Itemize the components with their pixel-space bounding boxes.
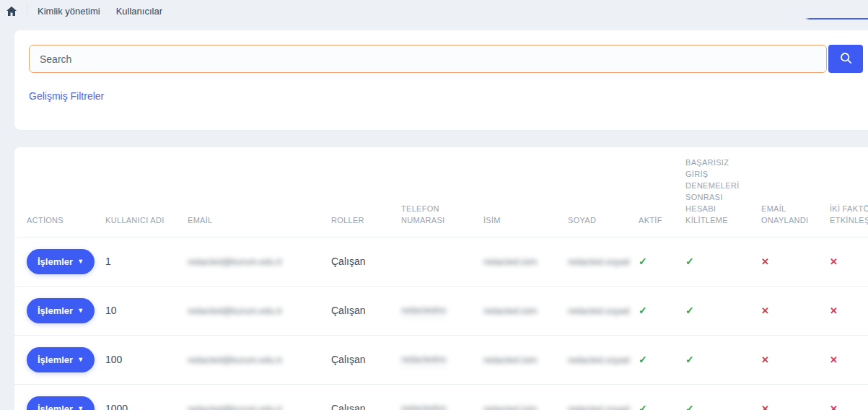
home-icon[interactable]	[6, 6, 17, 16]
cell-username: 100	[93, 335, 175, 384]
redacted-name-text: redacted.isim	[483, 355, 537, 365]
cell-role: Çalışan	[319, 286, 389, 335]
cell-two_factor: ✕	[817, 286, 868, 335]
x-icon: ✕	[830, 256, 838, 267]
users-table: ACTİONSKULLANICI ADIEMAİLROLLERTELEFON N…	[14, 147, 868, 410]
column-header-lockout: BAŞARISIZ GİRİŞ DENEMELERİ SONRASI HESAB…	[673, 147, 749, 237]
cell-phone: redactedno	[389, 384, 471, 410]
x-icon: ✕	[830, 354, 838, 365]
column-header-email_confirmed: EMAİL ONAYLANDI	[749, 147, 817, 237]
role-value: Çalışan	[331, 354, 365, 365]
column-header-active: AKTİF	[626, 147, 673, 237]
x-icon: ✕	[761, 256, 769, 267]
cell-two_factor: ✕	[817, 237, 868, 286]
breadcrumb-item-identity-management[interactable]: Kimlik yönetimi	[38, 6, 100, 17]
cell-email: redacted@kurum.edu.tr	[175, 384, 319, 410]
search-button[interactable]	[828, 45, 863, 73]
redacted-email-text: redacted@kurum.edu.tr	[188, 257, 283, 267]
cell-name: redacted.isim	[471, 237, 556, 286]
cell-role: Çalışan	[319, 237, 389, 286]
column-header-role: ROLLER	[319, 147, 389, 237]
islemler-button-label: İşlemler	[38, 404, 73, 410]
cell-email: redacted@kurum.edu.tr	[175, 237, 319, 286]
table-header-row: ACTİONSKULLANICI ADIEMAİLROLLERTELEFON N…	[14, 147, 868, 237]
cell-email: redacted@kurum.edu.tr	[175, 335, 319, 384]
check-icon: ✓	[639, 403, 647, 410]
role-value: Çalışan	[331, 305, 365, 316]
check-icon: ✓	[639, 354, 647, 365]
table-row: İşlemler▼10redacted@kurum.edu.trÇalışanr…	[14, 286, 868, 335]
search-icon	[840, 52, 852, 66]
x-icon: ✕	[830, 305, 838, 316]
cell-email_confirmed: ✕	[749, 335, 817, 384]
x-icon: ✕	[761, 404, 769, 410]
redacted-phone-text: redactedno	[401, 354, 447, 367]
cell-actions: İşlemler▼	[14, 384, 93, 410]
redacted-name-text: redacted.isim	[483, 404, 537, 410]
redacted-name-text: redacted.isim	[483, 257, 537, 267]
cell-lockout: ✓	[673, 335, 749, 384]
table-row: İşlemler▼1000redacted@kurum.edu.trÇalışa…	[14, 384, 868, 410]
active-tab-underline	[810, 18, 868, 19]
cell-surname: redacted.soyad	[556, 335, 626, 384]
cell-name: redacted.isim	[471, 335, 556, 384]
cell-email_confirmed: ✕	[749, 237, 817, 286]
filter-panel: Gelişmiş Filtreler	[14, 30, 868, 130]
cell-username: 10	[93, 286, 175, 335]
nav-divider	[27, 5, 27, 17]
cell-phone: redactedno	[389, 286, 471, 335]
islemler-dropdown-button[interactable]: İşlemler▼	[27, 249, 95, 274]
username-value: 1	[105, 256, 111, 267]
cell-phone	[389, 237, 471, 286]
cell-active: ✓	[626, 237, 673, 286]
x-icon: ✕	[830, 404, 838, 410]
column-header-surname: SOYAD	[556, 147, 626, 237]
cell-name: redacted.isim	[471, 384, 556, 410]
redacted-surname-text: redacted.soyad	[568, 257, 629, 267]
column-header-actions: ACTİONS	[14, 147, 93, 237]
cell-role: Çalışan	[319, 384, 389, 410]
redacted-email-text: redacted@kurum.edu.tr	[188, 355, 283, 365]
check-icon: ✓	[685, 403, 694, 410]
chevron-down-icon: ▼	[77, 307, 84, 314]
redacted-phone-text: redactedno	[401, 404, 447, 410]
cell-actions: İşlemler▼	[14, 335, 93, 384]
redacted-surname-text: redacted.soyad	[568, 306, 629, 316]
cell-role: Çalışan	[319, 335, 389, 384]
islemler-dropdown-button[interactable]: İşlemler▼	[27, 396, 95, 410]
search-input[interactable]	[29, 45, 827, 73]
cell-email: redacted@kurum.edu.tr	[175, 286, 319, 335]
cell-surname: redacted.soyad	[556, 286, 626, 335]
cell-username: 1	[93, 237, 175, 286]
cell-active: ✓	[626, 384, 673, 410]
column-header-phone: TELEFON NUMARASI	[389, 147, 471, 237]
cell-email_confirmed: ✕	[749, 286, 817, 335]
check-icon: ✓	[685, 256, 694, 267]
breadcrumb-item-users[interactable]: Kullanıcılar	[116, 6, 162, 17]
cell-lockout: ✓	[673, 286, 749, 335]
username-value: 1000	[105, 403, 128, 410]
islemler-button-label: İşlemler	[38, 305, 73, 316]
cell-surname: redacted.soyad	[556, 384, 626, 410]
users-table-card: ACTİONSKULLANICI ADIEMAİLROLLERTELEFON N…	[14, 147, 868, 410]
table-row: İşlemler▼1redacted@kurum.edu.trÇalışanre…	[14, 237, 868, 286]
redacted-email-text: redacted@kurum.edu.tr	[188, 306, 283, 316]
x-icon: ✕	[761, 354, 769, 365]
islemler-dropdown-button[interactable]: İşlemler▼	[27, 298, 95, 323]
check-icon: ✓	[685, 305, 694, 316]
islemler-dropdown-button[interactable]: İşlemler▼	[27, 347, 95, 372]
islemler-button-label: İşlemler	[38, 354, 73, 365]
column-header-name: İSİM	[471, 147, 556, 237]
cell-active: ✓	[626, 335, 673, 384]
check-icon: ✓	[639, 256, 647, 267]
advanced-filters-link[interactable]: Gelişmiş Filtreler	[29, 90, 104, 102]
breadcrumb: Kimlik yönetimi Kullanıcılar	[0, 0, 868, 22]
check-icon: ✓	[685, 354, 694, 365]
username-value: 100	[105, 354, 122, 365]
chevron-down-icon: ▼	[77, 356, 84, 363]
cell-active: ✓	[626, 286, 673, 335]
column-header-username: KULLANICI ADI	[93, 147, 175, 237]
column-header-email: EMAİL	[175, 147, 319, 237]
cell-two_factor: ✕	[817, 335, 868, 384]
check-icon: ✓	[639, 305, 647, 316]
